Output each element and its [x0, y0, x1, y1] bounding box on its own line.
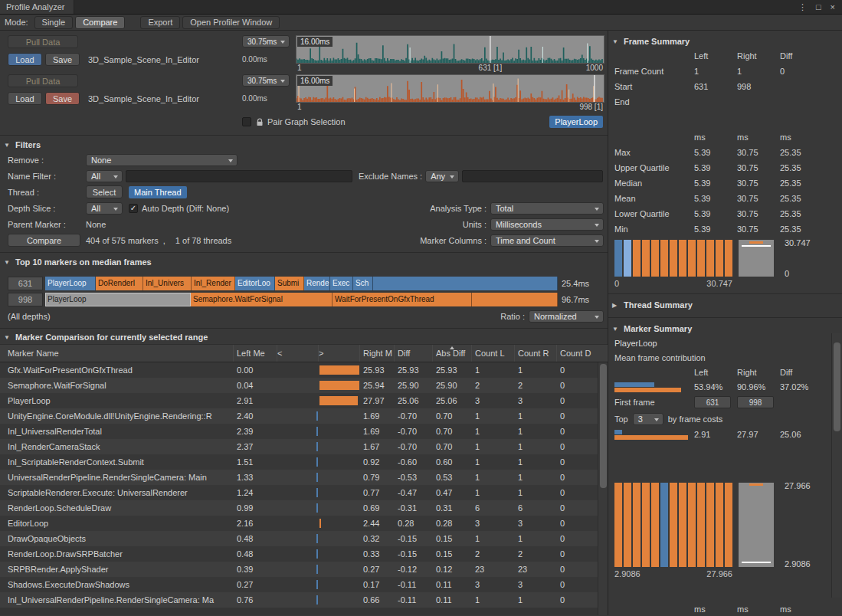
- cell-left-median: 0.27: [234, 580, 277, 589]
- load-button-left[interactable]: Load: [8, 53, 42, 66]
- top-marker-segment[interactable]: PlayerLoop: [45, 293, 191, 306]
- table-row[interactable]: SRPBRender.ApplyShader 0.39 0.27 -0.12 0…: [0, 562, 608, 577]
- frame-graph-left[interactable]: 16.00ms: [296, 35, 604, 64]
- col-right-bar[interactable]: >: [319, 345, 360, 362]
- col-count-diff[interactable]: Count D: [557, 345, 608, 362]
- cell-left-bar: [277, 439, 319, 454]
- top-marker-segment[interactable]: Submi: [275, 277, 304, 290]
- col-marker-name[interactable]: Marker Name: [0, 345, 234, 362]
- analysis-type-dropdown[interactable]: Total: [490, 202, 604, 215]
- save-button-right[interactable]: Save: [45, 92, 80, 105]
- restore-icon[interactable]: □: [816, 2, 821, 11]
- top-marker-segment[interactable]: Semaphore.WaitForSignal: [191, 293, 333, 306]
- table-row[interactable]: Shadows.ExecuteDrawShadows 0.27 0.17 -0.…: [0, 577, 608, 592]
- filters-header[interactable]: ▼ Filters: [0, 138, 608, 152]
- window-tab[interactable]: Profile Analyzer: [0, 0, 74, 14]
- name-filter-input[interactable]: [126, 170, 352, 182]
- mode-compare-button[interactable]: Compare: [75, 16, 125, 29]
- top-marker-segment[interactable]: PlayerLoop: [45, 277, 96, 290]
- ratio-dropdown[interactable]: Normalized: [529, 310, 604, 323]
- top-marker-segment[interactable]: EditorLoo: [235, 277, 275, 290]
- auto-depth-checkbox[interactable]: ✓: [129, 204, 138, 213]
- table-row[interactable]: RenderLoop.ScheduleDraw 0.99 0.69 -0.31 …: [0, 500, 608, 516]
- top-marker-segment[interactable]: WaitForPresentOnGfxThread: [333, 293, 472, 306]
- exclude-names-input[interactable]: [462, 170, 603, 182]
- stat-left: 5.39: [694, 148, 737, 157]
- table-row[interactable]: ScriptableRenderer.Execute: UniversalRen…: [0, 485, 608, 500]
- table-row[interactable]: Inl_RenderCameraStack 2.37 1.67 -0.70 0.…: [0, 439, 608, 454]
- top-marker-segment[interactable]: DoRenderI: [96, 277, 143, 290]
- scale-dropdown-left[interactable]: 30.75ms: [242, 35, 290, 48]
- col-diff[interactable]: Diff: [395, 345, 433, 362]
- col-right-median[interactable]: Right M: [360, 345, 395, 362]
- top-markers-header[interactable]: ▼ Top 10 markers on median frames: [0, 255, 608, 269]
- col-count-right[interactable]: Count R: [515, 345, 557, 362]
- top-marker-segment[interactable]: Rende: [304, 277, 330, 290]
- pull-data-button-left[interactable]: Pull Data: [8, 35, 78, 48]
- remove-dropdown[interactable]: None: [86, 154, 238, 166]
- marker-columns-dropdown[interactable]: Time and Count: [490, 234, 604, 247]
- save-button-left[interactable]: Save: [45, 53, 80, 66]
- frame-summary-header[interactable]: ▼ Frame Summary: [608, 34, 842, 48]
- depth-slice-dropdown[interactable]: All: [86, 202, 123, 215]
- cell-right-median: 1.69: [360, 411, 395, 421]
- thread-select-button[interactable]: Select: [86, 185, 123, 198]
- close-icon[interactable]: ×: [831, 2, 835, 11]
- summary-scrollbar-thumb[interactable]: [834, 342, 840, 431]
- mode-single-button[interactable]: Single: [34, 16, 74, 29]
- cell-diff: -0.15: [395, 549, 433, 559]
- top-n-dropdown[interactable]: 3: [633, 413, 663, 425]
- top-marker-segment[interactable]: Sch: [353, 277, 373, 290]
- col-count-left[interactable]: Count L: [472, 345, 515, 362]
- open-profiler-window-button[interactable]: Open Profiler Window: [182, 16, 280, 29]
- table-row[interactable]: Inl_ScriptableRenderContext.Submit 1.51 …: [0, 454, 608, 470]
- pair-graph-selection-checkbox[interactable]: [242, 117, 251, 126]
- table-row[interactable]: UnityEngine.CoreModule.dll!UnityEngine.R…: [0, 408, 608, 424]
- table-row[interactable]: Gfx.WaitForPresentOnGfxThread 0.00 25.93…: [0, 362, 608, 378]
- frame-index-button[interactable]: 631: [8, 277, 43, 290]
- thread-summary-header[interactable]: ▶ Thread Summary: [608, 298, 842, 312]
- top-marker-segment[interactable]: Inl_Render: [192, 277, 235, 290]
- table-row[interactable]: UniversalRenderPipeline.RenderSingleCame…: [0, 470, 608, 485]
- exclude-mode-dropdown[interactable]: Any: [425, 170, 459, 182]
- name-filter-mode-dropdown[interactable]: All: [86, 170, 123, 182]
- scale-dropdown-right[interactable]: 30.75ms: [242, 74, 290, 87]
- top-marker-segment[interactable]: [373, 277, 558, 290]
- histogram-bar: [660, 483, 668, 567]
- summary-scrollbar[interactable]: [831, 333, 841, 598]
- units-dropdown[interactable]: Milliseconds: [490, 218, 604, 231]
- table-row[interactable]: Inl_UniversalRenderTotal 2.39 1.69 -0.70…: [0, 424, 608, 439]
- marker-summary-title: Marker Summary: [624, 324, 692, 333]
- top-marker-segment[interactable]: Exec: [330, 277, 353, 290]
- first-frame-left-button[interactable]: 631: [694, 396, 731, 408]
- table-row[interactable]: PlayerLoop 2.91 27.97 25.06 25.06 3 3 0: [0, 393, 608, 408]
- menu-icon[interactable]: ⋮: [798, 2, 807, 12]
- table-scrollbar-thumb[interactable]: [600, 364, 607, 488]
- export-button[interactable]: Export: [140, 16, 180, 29]
- cell-count-right: 1: [515, 411, 557, 421]
- thread-value-chip: Main Thread: [129, 186, 187, 198]
- compare-button[interactable]: Compare: [8, 234, 80, 247]
- marker-summary-header[interactable]: ▼ Marker Summary: [608, 322, 842, 336]
- first-frame-right-button[interactable]: 998: [737, 396, 774, 408]
- top-marker-segment[interactable]: [472, 293, 558, 306]
- col-left-bar[interactable]: <: [277, 345, 319, 362]
- col-left-median[interactable]: Left Me: [234, 345, 277, 362]
- cell-left-bar: [277, 546, 319, 562]
- load-button-right[interactable]: Load: [8, 92, 42, 105]
- table-row[interactable]: DrawOpaqueObjects 0.48 0.32 -0.15 0.15 1…: [0, 531, 608, 546]
- table-row[interactable]: EditorLoop 2.16 2.44 0.28 0.28 3 3 0: [0, 516, 608, 531]
- top-markers-bar-left: PlayerLoopDoRenderIInl_UniversInl_Render…: [45, 277, 558, 290]
- table-row[interactable]: Inl_UniversalRenderPipeline.RenderSingle…: [0, 592, 608, 608]
- table-scrollbar[interactable]: [598, 362, 608, 615]
- frame-graph-right[interactable]: 16.00ms: [296, 74, 604, 103]
- table-row[interactable]: Semaphore.WaitForSignal 0.04 25.94 25.90…: [0, 378, 608, 393]
- marker-comparison-header[interactable]: ▼ Marker Comparison for currently select…: [0, 330, 608, 344]
- pull-data-button-right[interactable]: Pull Data: [8, 74, 78, 87]
- col-abs-diff[interactable]: Abs Diff: [433, 345, 472, 362]
- frame-index-button[interactable]: 998: [8, 293, 43, 306]
- cell-diff: -0.31: [395, 503, 433, 513]
- top-marker-segment[interactable]: Inl_Univers: [143, 277, 192, 290]
- thread-summary-section: ▶ Thread Summary: [608, 294, 842, 318]
- table-row[interactable]: RenderLoop.DrawSRPBatcher 0.48 0.33 -0.1…: [0, 546, 608, 562]
